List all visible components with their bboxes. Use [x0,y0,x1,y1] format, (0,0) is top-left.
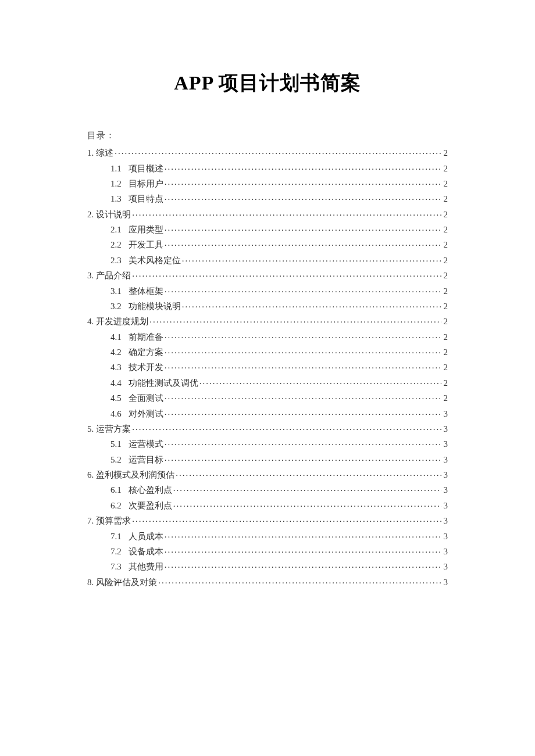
toc-entry[interactable]: 7.预算需求3 [87,513,448,528]
toc-entry-title: 开发工具 [129,241,163,249]
toc-entry-title: 运营方案 [96,425,131,433]
toc-entry-title: 设备成本 [129,547,163,556]
toc-entry-page: 2 [443,210,448,219]
toc-entry[interactable]: 6.盈利模式及利润预估3 [87,467,448,482]
toc-entry-number: 1.3 [110,195,122,203]
toc-entry[interactable]: 7.1人员成本3 [87,528,448,543]
toc-entry-title: 运营模式 [129,440,163,449]
toc-entry-number: 1. [87,149,94,157]
toc-entry-page: 2 [443,149,448,157]
toc-entry[interactable]: 5.1运营模式3 [87,436,448,451]
toc-entry[interactable]: 5.2运营目标3 [87,452,448,467]
toc-leader-dots [165,546,441,554]
toc-entry-number: 7.2 [110,547,122,556]
toc-entry-page: 2 [443,241,448,249]
toc-entry-title: 运营目标 [129,456,163,464]
toc-entry-number: 4.4 [110,379,122,388]
toc-leader-dots [165,193,441,202]
toc-entry-number: 4. [87,317,94,326]
toc-entry-title: 应用类型 [129,225,163,234]
toc-entry-number: 3. [87,271,94,280]
toc-entry-title: 风险评估及对策 [96,578,157,587]
toc-entry-page: 2 [443,379,448,388]
toc-leader-dots [199,377,441,386]
toc-entry-title: 目标用户 [129,180,163,188]
toc-entry[interactable]: 2.设计说明2 [87,206,448,221]
toc-entry-number: 5.1 [110,440,122,449]
toc-entry-number: 4.1 [110,333,122,342]
toc-leader-dots [165,561,441,569]
toc-entry[interactable]: 4.3技术开发2 [87,359,448,374]
toc-entry-page: 3 [443,410,448,418]
toc-leader-dots [149,316,441,324]
toc-entry-page: 2 [443,195,448,203]
toc-entry-title: 人员成本 [129,532,163,541]
toc-leader-dots [165,178,441,187]
toc-entry[interactable]: 3.1整体框架2 [87,282,448,298]
toc-entry[interactable]: 1.2目标用户2 [87,175,448,191]
toc-entry[interactable]: 7.3其他费用3 [87,558,448,574]
toc-leader-dots [165,361,441,370]
toc-entry[interactable]: 4.4功能性测试及调优2 [87,375,448,390]
toc-entry-page: 2 [443,302,448,311]
toc-leader-dots [165,331,441,340]
toc-leader-dots [165,163,441,171]
toc-entry[interactable]: 1.综述2 [87,145,448,160]
toc-entry[interactable]: 8.风险评估及对策3 [87,574,448,589]
toc-entry[interactable]: 2.2开发工具2 [87,237,448,252]
toc-leader-dots [165,531,441,539]
toc-entry-title: 开发进度规划 [96,317,148,326]
toc-leader-dots [173,500,441,508]
toc-entry-title: 核心盈利点 [129,486,172,495]
toc-entry-number: 7.3 [110,562,122,571]
toc-entry-title: 功能性测试及调优 [129,379,198,388]
toc-entry-page: 3 [443,578,448,587]
toc-entry-title: 功能模块说明 [129,302,181,311]
toc-leader-dots [165,408,441,417]
toc-leader-dots [132,209,441,217]
toc-entry[interactable]: 1.1项目概述2 [87,160,448,175]
toc-entry-title: 项目特点 [129,195,163,203]
toc-entry-number: 7. [87,517,94,525]
toc-entry[interactable]: 4.开发进度规划2 [87,313,448,328]
toc-entry[interactable]: 3.2功能模块说明2 [87,298,448,313]
toc-entry-title: 项目概述 [129,164,163,173]
toc-entry[interactable]: 6.2次要盈利点3 [87,497,448,513]
toc-entry[interactable]: 5.运营方案3 [87,421,448,436]
toc-entry-page: 3 [443,440,448,449]
toc-entry-number: 6.2 [110,501,122,510]
toc-entry-page: 3 [443,501,448,510]
toc-entry-page: 2 [443,225,448,234]
toc-entry[interactable]: 6.1核心盈利点3 [87,482,448,497]
toc-entry-title: 确定方案 [129,348,163,357]
toc-leader-dots [176,469,441,478]
toc-entry[interactable]: 4.6对外测试3 [87,405,448,420]
toc-leader-dots [158,576,441,585]
toc-leader-dots [165,438,441,447]
toc-entry[interactable]: 4.2确定方案2 [87,344,448,359]
document-title: APP 项目计划书简案 [87,70,448,96]
toc-entry[interactable]: 3.产品介绍2 [87,267,448,282]
toc-entry[interactable]: 2.3美术风格定位2 [87,252,448,267]
toc-entry-title: 前期准备 [129,333,163,342]
toc-entry-page: 2 [443,333,448,342]
toc-entry-number: 6. [87,471,94,479]
toc-entry[interactable]: 4.5全面测试2 [87,390,448,405]
toc-entry-number: 2. [87,210,94,219]
toc-entry-page: 3 [443,517,448,525]
toc-entry-number: 7.1 [110,532,122,541]
toc-leader-dots [165,392,441,401]
toc-entry[interactable]: 7.2设备成本3 [87,543,448,558]
toc-entry[interactable]: 2.1应用类型2 [87,221,448,237]
toc-entry-title: 预算需求 [96,517,131,525]
toc-entry-title: 盈利模式及利润预估 [96,471,174,479]
toc-entry-title: 综述 [96,149,113,157]
toc-entry-title: 全面测试 [129,394,163,403]
toc-entry-number: 2.2 [110,241,122,249]
toc-entry-number: 2.1 [110,225,122,234]
toc-entry[interactable]: 1.3项目特点2 [87,191,448,206]
toc-entry-title: 美术风格定位 [129,256,181,265]
toc-entry-title: 设计说明 [96,210,131,219]
toc-label: 目录： [87,130,448,141]
toc-entry[interactable]: 4.1前期准备2 [87,329,448,344]
